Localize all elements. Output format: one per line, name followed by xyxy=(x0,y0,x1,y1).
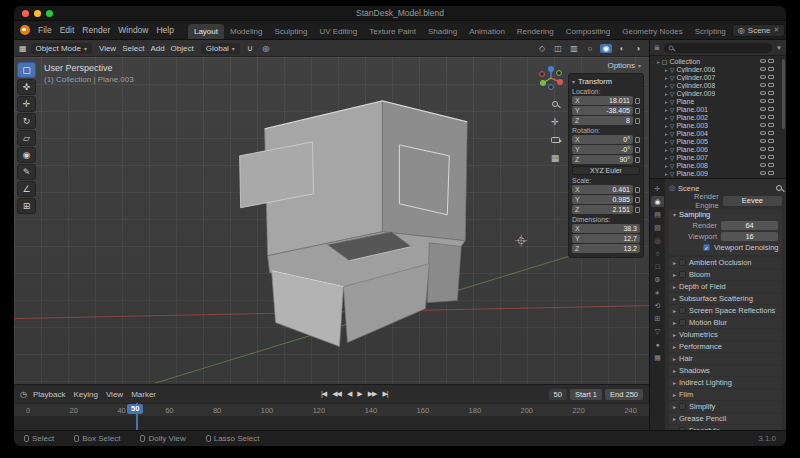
zoom-icon[interactable] xyxy=(549,98,561,110)
lock-icon[interactable] xyxy=(635,137,640,143)
properties-tab[interactable]: ⟲ xyxy=(651,300,664,311)
filter-icon[interactable]: ▼ xyxy=(776,45,782,51)
properties-section[interactable]: Depth of Field xyxy=(669,281,782,292)
disclosure-icon[interactable] xyxy=(665,170,668,177)
viewport-menu-item[interactable]: Add xyxy=(147,44,167,53)
disclosure-icon[interactable] xyxy=(665,106,668,113)
tool-button[interactable]: ✛ xyxy=(17,96,36,112)
disclosure-icon[interactable] xyxy=(665,146,668,153)
expand-icon[interactable] xyxy=(673,306,676,315)
scale-field[interactable]: X0.461 xyxy=(572,185,633,194)
rotation-mode-select[interactable]: XYZ Euler xyxy=(572,166,640,175)
scrollbar[interactable] xyxy=(782,59,785,129)
outliner-row[interactable]: Plane.004 xyxy=(652,129,784,137)
hide-in-viewport-icon[interactable] xyxy=(760,163,766,167)
lock-icon[interactable] xyxy=(635,187,640,193)
properties-tab[interactable]: ⊞ xyxy=(651,313,664,324)
expand-icon[interactable] xyxy=(673,294,676,303)
hide-in-viewport-icon[interactable] xyxy=(760,123,766,127)
workspace-tab[interactable]: Shading xyxy=(422,24,463,39)
close-button[interactable] xyxy=(22,10,29,17)
outliner-row[interactable]: Plane.003 xyxy=(652,121,784,129)
disable-in-render-icon[interactable] xyxy=(768,91,774,95)
section-checkbox[interactable] xyxy=(679,259,686,266)
disclosure-icon[interactable] xyxy=(665,130,668,137)
sampling-value-field[interactable]: 64 xyxy=(721,221,778,230)
object-name[interactable]: Plane xyxy=(676,98,694,105)
timeline-menu-item[interactable]: Marker xyxy=(127,390,160,399)
disable-in-render-icon[interactable] xyxy=(768,171,774,175)
disclosure-icon[interactable] xyxy=(665,162,668,169)
properties-tab[interactable]: ⚙ xyxy=(651,274,664,285)
properties-tab[interactable]: ▧ xyxy=(651,222,664,233)
hide-in-viewport-icon[interactable] xyxy=(760,107,766,111)
app-menu-item[interactable]: Window xyxy=(114,25,152,35)
snap-magnet-icon[interactable]: ∪ xyxy=(244,44,256,53)
object-name[interactable]: Collection xyxy=(669,58,700,65)
object-name[interactable]: Plane.003 xyxy=(676,122,708,129)
tool-button[interactable]: ✜ xyxy=(17,79,36,95)
end-frame-field[interactable]: End 250 xyxy=(605,389,643,400)
workspace-tab[interactable]: Layout xyxy=(188,24,224,39)
section-checkbox[interactable] xyxy=(679,307,686,314)
properties-section[interactable]: Film xyxy=(669,389,782,400)
outliner-row[interactable]: Plane.008 xyxy=(652,161,784,169)
properties-tab[interactable]: ▦ xyxy=(651,352,664,363)
workspace-tab[interactable]: Compositing xyxy=(560,24,616,39)
outliner-row[interactable]: Plane.001 xyxy=(652,105,784,113)
properties-tab[interactable]: ◉ xyxy=(651,196,664,207)
viewport-menu-item[interactable]: Object xyxy=(168,44,197,53)
properties-tab[interactable]: ○ xyxy=(651,248,664,259)
properties-section[interactable]: Grease Pencil xyxy=(669,413,782,424)
dimension-field[interactable]: Z13.2 xyxy=(572,244,640,253)
disclosure-icon[interactable] xyxy=(665,90,668,97)
disclosure-icon[interactable] xyxy=(665,122,668,129)
properties-tab[interactable]: ● xyxy=(651,339,664,350)
tool-button[interactable]: ◉ xyxy=(17,147,36,163)
collapse-icon[interactable] xyxy=(572,77,575,86)
scale-field[interactable]: Z2.151 xyxy=(572,205,633,214)
properties-tab[interactable]: ◎ xyxy=(651,235,664,246)
overlay-toggle-icon[interactable]: ◫ xyxy=(552,44,564,53)
workspace-tab[interactable]: Modeling xyxy=(224,24,268,39)
outliner-row[interactable]: Cylinder.008 xyxy=(652,81,784,89)
outliner-row[interactable]: Cylinder.009 xyxy=(652,89,784,97)
workspace-tab[interactable]: Geometry Nodes xyxy=(616,24,688,39)
object-name[interactable]: Plane.009 xyxy=(676,170,708,177)
dimension-field[interactable]: Y12.7 xyxy=(572,234,640,243)
scale-field[interactable]: Y0.985 xyxy=(572,195,633,204)
expand-icon[interactable] xyxy=(673,258,676,267)
perspective-toggle-icon[interactable]: ▦ xyxy=(549,152,561,164)
object-name[interactable]: Cylinder.009 xyxy=(676,90,715,97)
properties-section[interactable]: Indirect Lighting xyxy=(669,377,782,388)
disable-in-render-icon[interactable] xyxy=(768,67,774,71)
workspace-tab[interactable]: Sculpting xyxy=(268,24,313,39)
lock-icon[interactable] xyxy=(635,147,640,153)
start-frame-field[interactable]: Start 1 xyxy=(570,389,602,400)
disable-in-render-icon[interactable] xyxy=(768,99,774,103)
object-name[interactable]: Plane.008 xyxy=(676,162,708,169)
expand-icon[interactable] xyxy=(673,378,676,387)
viewport-menu-item[interactable]: Select xyxy=(119,44,147,53)
properties-section[interactable]: Shadows xyxy=(669,365,782,376)
timeline-menu-item[interactable]: Keying xyxy=(69,390,101,399)
object-name[interactable]: Cylinder.008 xyxy=(676,82,715,89)
orientation-selector[interactable]: Global▾ xyxy=(201,43,240,54)
outliner-row[interactable]: Plane.009 xyxy=(652,169,784,177)
rotation-field[interactable]: Y-0° xyxy=(572,145,633,154)
location-field[interactable]: Z8 xyxy=(572,116,633,125)
shading-mode-icon[interactable]: ◑ xyxy=(632,44,644,53)
expand-icon[interactable] xyxy=(673,342,676,351)
viewport-menu-item[interactable]: View xyxy=(96,44,119,53)
minimize-button[interactable] xyxy=(34,10,41,17)
playback-control[interactable]: ▶ xyxy=(357,390,361,398)
properties-section[interactable]: Bloom xyxy=(669,269,782,280)
location-field[interactable]: Y-38.405 xyxy=(572,106,633,115)
rotation-field[interactable]: Z90° xyxy=(572,155,633,164)
hide-in-viewport-icon[interactable] xyxy=(760,59,766,63)
editor-type-icon[interactable]: ◷ xyxy=(20,390,27,399)
expand-icon[interactable] xyxy=(673,354,676,363)
playback-control[interactable]: |◀ xyxy=(321,390,326,398)
properties-section[interactable]: Performance xyxy=(669,341,782,352)
lock-icon[interactable] xyxy=(635,98,640,104)
